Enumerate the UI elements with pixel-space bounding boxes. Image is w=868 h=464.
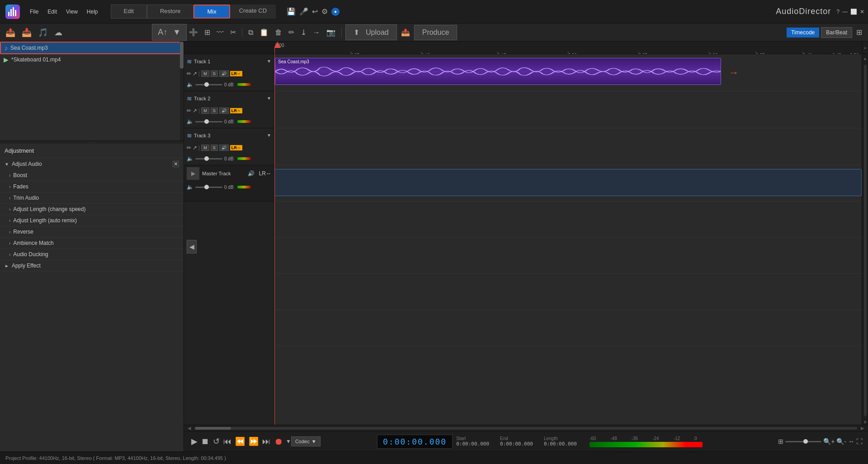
media-icon[interactable]: 🎵 (36, 26, 50, 39)
track-3-timeline[interactable] (274, 128, 862, 165)
track-2-mute-btn[interactable]: M (201, 108, 209, 114)
zoom-fullscreen-btn[interactable]: ⛶ (856, 438, 863, 445)
undo-icon[interactable]: ↩ (312, 7, 318, 16)
empty-row-4[interactable] (274, 310, 862, 346)
draw-icon[interactable]: ✏ (286, 27, 297, 38)
close-btn[interactable]: ✕ (860, 9, 864, 15)
master-vol-slider[interactable] (195, 187, 222, 188)
file-item-1[interactable]: ▶ *Skateboard 01.mp4 (0, 54, 184, 65)
camera-icon[interactable]: 📷 (324, 27, 338, 38)
vscroll-track[interactable] (864, 65, 867, 416)
h-scroll-thumb[interactable] (195, 427, 231, 430)
codec-btn[interactable]: Codec ▼ (291, 436, 321, 446)
track-3-mute-btn[interactable]: M (201, 145, 209, 151)
track-1-timeline[interactable]: Sea Coast.mp3 (274, 54, 862, 91)
adj-item-ambience-match[interactable]: › Ambience Match (0, 238, 184, 249)
paste-icon[interactable]: 📋 (257, 27, 271, 38)
adjust-audio-toggle[interactable]: ▼ Adjust Audio ✕ (0, 158, 184, 170)
track-2-timeline[interactable] (274, 91, 862, 128)
vscroll-up-arrow[interactable]: ▲ (863, 56, 868, 61)
notification-badge[interactable]: ● (331, 8, 340, 16)
rewind-btn[interactable]: ⏪ (233, 435, 247, 448)
track-2-speaker-btn[interactable]: 🔊 (219, 108, 229, 114)
vscroll-down-arrow[interactable]: ▼ (863, 420, 868, 425)
cloud-icon[interactable]: ☁ (52, 26, 64, 39)
track-2-vol-slider[interactable] (195, 121, 222, 122)
prev-btn[interactable]: ⏮ (222, 435, 233, 448)
copy-icon[interactable]: ⧉ (246, 27, 255, 38)
track-3-dropdown[interactable]: ▼ (267, 133, 271, 138)
zoom-reset-btn[interactable]: ↔ (848, 438, 854, 445)
vscroll-top-btn[interactable]: ▲ (862, 42, 868, 54)
export-icon[interactable]: 📥 (20, 26, 33, 39)
panel-collapse-button[interactable]: ◀ (187, 240, 197, 253)
at-button[interactable]: A↑ ▼ (152, 24, 187, 41)
track-2-pen-icon[interactable]: ✏ (187, 108, 191, 114)
tab-edit[interactable]: Edit (111, 5, 147, 19)
record-icon[interactable]: 🎤 (299, 7, 308, 16)
track-3-lr-btn[interactable]: LR↔ (230, 145, 242, 150)
produce-button[interactable]: Produce (414, 25, 458, 40)
save-icon[interactable]: 💾 (287, 7, 296, 16)
empty-row-1[interactable] (274, 202, 862, 238)
track-3-pen-icon[interactable]: ✏ (187, 145, 191, 151)
track-1-lr-btn[interactable]: LR↔ (230, 71, 242, 76)
track-2-pen2-icon[interactable]: ↗ (193, 108, 197, 114)
upload-button[interactable]: ⬆ Upload (345, 24, 397, 40)
ffwd-btn[interactable]: ⏩ (247, 435, 260, 448)
zoom-in-btn[interactable]: 🔍+ (823, 438, 835, 445)
track-timeline[interactable]: Sea Coast.mp3 (274, 54, 862, 425)
record-btn[interactable]: ⏺ (272, 435, 285, 449)
delete-icon[interactable]: 🗑 (273, 27, 284, 38)
adj-item-adjust-length-auto[interactable]: › Adjust Length (auto remix) (0, 215, 184, 226)
right-vscroll[interactable]: ▲ ▼ (862, 54, 868, 425)
next-btn[interactable]: ⏭ (260, 435, 272, 448)
zoom-out-btn[interactable]: 🔍- (836, 438, 846, 445)
menu-help[interactable]: Help (83, 7, 102, 17)
track-3-pen2-icon[interactable]: ↗ (193, 145, 197, 151)
add-track-icon[interactable]: ➕ (187, 27, 200, 38)
adj-item-adjust-length-speed[interactable]: › Adjust Length (change speed) (0, 204, 184, 215)
track-1-speaker-btn[interactable]: 🔊 (219, 70, 229, 77)
section-close-btn[interactable]: ✕ (173, 161, 179, 167)
mixer-icon[interactable]: ⊞ (854, 27, 864, 38)
zoom-slider[interactable] (785, 441, 821, 442)
track-1-pen-icon[interactable]: ✏ (187, 70, 191, 77)
toolbar-icon1[interactable]: 📤 (399, 27, 412, 38)
empty-row-2[interactable] (274, 238, 862, 274)
adj-item-reverse[interactable]: › Reverse (0, 226, 184, 238)
menu-view[interactable]: View (62, 7, 81, 17)
menu-edit[interactable]: Edit (44, 7, 61, 17)
stop-btn[interactable]: ⏹ (199, 435, 211, 448)
adj-item-trim[interactable]: › Trim Audio (0, 192, 184, 204)
help-btn[interactable]: ? (836, 9, 840, 15)
settings-icon[interactable]: ⚙ (321, 7, 328, 16)
restore-btn[interactable]: ⬜ (850, 9, 857, 15)
file-item-0[interactable]: ♪ Sea Coast.mp3 (0, 42, 184, 54)
tab-create-cd[interactable]: Create CD (230, 5, 276, 19)
apply-effect-toggle[interactable]: ► Apply Effect (0, 260, 184, 272)
master-track-timeline[interactable] (274, 165, 862, 202)
minimize-btn[interactable]: — (842, 9, 848, 15)
arrow-icon[interactable]: → (311, 27, 322, 38)
trim-icon[interactable]: ✂ (228, 27, 238, 38)
adj-item-fades[interactable]: › Fades (0, 181, 184, 192)
track-2-solo-btn[interactable]: S (211, 108, 218, 114)
import-icon[interactable]: 📤 (4, 26, 17, 39)
adj-item-audio-ducking[interactable]: › Audio Ducking (0, 249, 184, 260)
track-3-solo-btn[interactable]: S (211, 145, 218, 151)
empty-row-3[interactable] (274, 274, 862, 310)
loop-btn[interactable]: ↺ (211, 435, 222, 448)
track-1-vol-slider[interactable] (195, 84, 222, 85)
h-scrollbar[interactable]: ◀ ▶ (184, 425, 868, 431)
track-1-pen2-icon[interactable]: ↗ (193, 70, 197, 77)
master-lr-btn[interactable]: LR↔ (259, 170, 271, 177)
barbeat-button[interactable]: Bar/Beat (821, 27, 852, 38)
sea-coast-clip[interactable]: Sea Coast.mp3 (275, 58, 721, 85)
track-1-dropdown[interactable]: ▼ (267, 59, 271, 64)
waveform-icon[interactable]: 〰 (214, 27, 226, 38)
h-scroll-right-btn[interactable]: ▶ (859, 426, 866, 431)
select-icon[interactable]: ⊞ (202, 27, 212, 38)
timecode-button[interactable]: Timecode (787, 28, 819, 37)
track-3-vol-slider[interactable] (195, 158, 222, 159)
